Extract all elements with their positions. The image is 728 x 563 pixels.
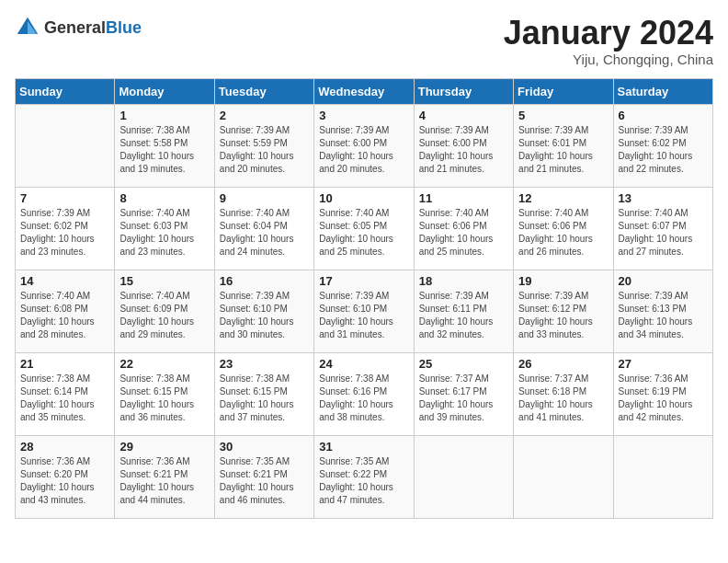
day-info: Sunrise: 7:40 AMSunset: 6:07 PMDaylight:… xyxy=(619,207,708,259)
day-info: Sunrise: 7:39 AMSunset: 5:59 PMDaylight:… xyxy=(220,124,309,176)
day-info: Sunrise: 7:35 AMSunset: 6:22 PMDaylight:… xyxy=(319,455,408,507)
col-header-thursday: Thursday xyxy=(414,78,513,104)
day-info: Sunrise: 7:38 AMSunset: 6:15 PMDaylight:… xyxy=(220,373,309,424)
day-number: 17 xyxy=(319,274,408,288)
day-cell: 25Sunrise: 7:37 AMSunset: 6:17 PMDayligh… xyxy=(414,352,513,435)
day-cell: 28Sunrise: 7:36 AMSunset: 6:20 PMDayligh… xyxy=(16,435,115,518)
col-header-tuesday: Tuesday xyxy=(214,78,313,104)
day-cell: 23Sunrise: 7:38 AMSunset: 6:15 PMDayligh… xyxy=(214,352,313,435)
day-info: Sunrise: 7:39 AMSunset: 6:02 PMDaylight:… xyxy=(619,124,708,176)
day-cell: 22Sunrise: 7:38 AMSunset: 6:15 PMDayligh… xyxy=(115,352,214,435)
day-cell: 14Sunrise: 7:40 AMSunset: 6:08 PMDayligh… xyxy=(16,270,115,352)
day-info: Sunrise: 7:38 AMSunset: 6:14 PMDaylight:… xyxy=(20,373,109,424)
day-info: Sunrise: 7:39 AMSunset: 6:10 PMDaylight:… xyxy=(220,290,309,341)
week-row-4: 21Sunrise: 7:38 AMSunset: 6:14 PMDayligh… xyxy=(16,352,713,435)
day-info: Sunrise: 7:39 AMSunset: 6:11 PMDaylight:… xyxy=(419,290,508,341)
day-number: 6 xyxy=(619,109,708,122)
header: GeneralBlue January 2024 Yiju, Chongqing… xyxy=(15,15,713,67)
day-number: 31 xyxy=(319,440,408,454)
day-cell: 27Sunrise: 7:36 AMSunset: 6:19 PMDayligh… xyxy=(613,352,712,435)
day-cell: 24Sunrise: 7:38 AMSunset: 6:16 PMDayligh… xyxy=(314,352,414,435)
day-number: 20 xyxy=(619,274,708,288)
day-info: Sunrise: 7:35 AMSunset: 6:21 PMDaylight:… xyxy=(220,455,309,507)
day-info: Sunrise: 7:40 AMSunset: 6:09 PMDaylight:… xyxy=(119,290,209,341)
day-cell: 11Sunrise: 7:40 AMSunset: 6:06 PMDayligh… xyxy=(414,187,513,270)
day-info: Sunrise: 7:37 AMSunset: 6:17 PMDaylight:… xyxy=(419,373,508,424)
day-number: 21 xyxy=(20,357,109,371)
week-row-3: 14Sunrise: 7:40 AMSunset: 6:08 PMDayligh… xyxy=(16,270,713,352)
day-number: 19 xyxy=(518,274,608,288)
location: Yiju, Chongqing, China xyxy=(504,52,713,67)
day-cell: 15Sunrise: 7:40 AMSunset: 6:09 PMDayligh… xyxy=(115,270,214,352)
day-info: Sunrise: 7:39 AMSunset: 6:01 PMDaylight:… xyxy=(518,124,608,176)
day-number: 25 xyxy=(419,357,508,371)
calendar-table: SundayMondayTuesdayWednesdayThursdayFrid… xyxy=(15,78,713,519)
day-info: Sunrise: 7:39 AMSunset: 6:00 PMDaylight:… xyxy=(419,124,508,176)
day-cell: 29Sunrise: 7:36 AMSunset: 6:21 PMDayligh… xyxy=(115,435,214,518)
day-cell: 17Sunrise: 7:39 AMSunset: 6:10 PMDayligh… xyxy=(314,270,414,352)
day-number: 2 xyxy=(220,109,309,122)
day-cell: 19Sunrise: 7:39 AMSunset: 6:12 PMDayligh… xyxy=(514,270,613,352)
col-header-friday: Friday xyxy=(514,78,613,104)
logo-icon xyxy=(15,15,40,40)
day-info: Sunrise: 7:39 AMSunset: 6:10 PMDaylight:… xyxy=(319,290,408,341)
day-number: 26 xyxy=(518,357,608,371)
day-info: Sunrise: 7:38 AMSunset: 5:58 PMDaylight:… xyxy=(119,124,209,176)
month-year: January 2024 xyxy=(504,15,713,52)
day-info: Sunrise: 7:40 AMSunset: 6:08 PMDaylight:… xyxy=(20,290,109,341)
day-info: Sunrise: 7:40 AMSunset: 6:05 PMDaylight:… xyxy=(319,207,408,259)
day-number: 12 xyxy=(518,191,608,205)
day-info: Sunrise: 7:36 AMSunset: 6:21 PMDaylight:… xyxy=(119,455,209,507)
day-cell: 1Sunrise: 7:38 AMSunset: 5:58 PMDaylight… xyxy=(115,104,214,187)
day-info: Sunrise: 7:38 AMSunset: 6:15 PMDaylight:… xyxy=(119,373,209,424)
day-cell: 10Sunrise: 7:40 AMSunset: 6:05 PMDayligh… xyxy=(314,187,414,270)
day-info: Sunrise: 7:36 AMSunset: 6:19 PMDaylight:… xyxy=(619,373,708,424)
day-number: 28 xyxy=(20,440,109,454)
logo-blue: Blue xyxy=(106,18,142,37)
day-cell xyxy=(414,435,513,518)
day-number: 3 xyxy=(319,109,408,122)
day-number: 5 xyxy=(518,109,608,122)
week-row-1: 1Sunrise: 7:38 AMSunset: 5:58 PMDaylight… xyxy=(16,104,713,187)
day-cell: 20Sunrise: 7:39 AMSunset: 6:13 PMDayligh… xyxy=(613,270,712,352)
day-info: Sunrise: 7:36 AMSunset: 6:20 PMDaylight:… xyxy=(20,455,109,507)
day-cell: 18Sunrise: 7:39 AMSunset: 6:11 PMDayligh… xyxy=(414,270,513,352)
day-info: Sunrise: 7:40 AMSunset: 6:03 PMDaylight:… xyxy=(119,207,209,259)
day-info: Sunrise: 7:39 AMSunset: 6:00 PMDaylight:… xyxy=(319,124,408,176)
day-number: 7 xyxy=(20,191,109,205)
day-cell: 7Sunrise: 7:39 AMSunset: 6:02 PMDaylight… xyxy=(16,187,115,270)
logo-general: General xyxy=(44,18,106,37)
day-cell: 6Sunrise: 7:39 AMSunset: 6:02 PMDaylight… xyxy=(613,104,712,187)
day-info: Sunrise: 7:39 AMSunset: 6:02 PMDaylight:… xyxy=(20,207,109,259)
day-cell: 21Sunrise: 7:38 AMSunset: 6:14 PMDayligh… xyxy=(16,352,115,435)
day-cell: 5Sunrise: 7:39 AMSunset: 6:01 PMDaylight… xyxy=(514,104,613,187)
day-info: Sunrise: 7:39 AMSunset: 6:12 PMDaylight:… xyxy=(518,290,608,341)
day-cell: 8Sunrise: 7:40 AMSunset: 6:03 PMDaylight… xyxy=(115,187,214,270)
col-header-saturday: Saturday xyxy=(613,78,712,104)
day-number: 22 xyxy=(119,357,209,371)
day-number: 29 xyxy=(119,440,209,454)
day-number: 23 xyxy=(220,357,309,371)
col-header-wednesday: Wednesday xyxy=(314,78,414,104)
day-info: Sunrise: 7:39 AMSunset: 6:13 PMDaylight:… xyxy=(619,290,708,341)
day-number: 4 xyxy=(419,109,508,122)
day-cell: 30Sunrise: 7:35 AMSunset: 6:21 PMDayligh… xyxy=(214,435,313,518)
day-number: 11 xyxy=(419,191,508,205)
col-header-monday: Monday xyxy=(115,78,214,104)
day-info: Sunrise: 7:40 AMSunset: 6:06 PMDaylight:… xyxy=(419,207,508,259)
title-area: January 2024 Yiju, Chongqing, China xyxy=(504,15,713,67)
day-cell: 26Sunrise: 7:37 AMSunset: 6:18 PMDayligh… xyxy=(514,352,613,435)
col-header-sunday: Sunday xyxy=(16,78,115,104)
day-info: Sunrise: 7:37 AMSunset: 6:18 PMDaylight:… xyxy=(518,373,608,424)
day-cell: 12Sunrise: 7:40 AMSunset: 6:06 PMDayligh… xyxy=(514,187,613,270)
day-cell: 13Sunrise: 7:40 AMSunset: 6:07 PMDayligh… xyxy=(613,187,712,270)
day-number: 30 xyxy=(220,440,309,454)
day-number: 16 xyxy=(220,274,309,288)
day-cell xyxy=(514,435,613,518)
logo: GeneralBlue xyxy=(15,15,142,40)
day-number: 1 xyxy=(119,109,209,122)
week-row-5: 28Sunrise: 7:36 AMSunset: 6:20 PMDayligh… xyxy=(16,435,713,518)
day-cell: 16Sunrise: 7:39 AMSunset: 6:10 PMDayligh… xyxy=(214,270,313,352)
day-info: Sunrise: 7:38 AMSunset: 6:16 PMDaylight:… xyxy=(319,373,408,424)
day-info: Sunrise: 7:40 AMSunset: 6:06 PMDaylight:… xyxy=(518,207,608,259)
